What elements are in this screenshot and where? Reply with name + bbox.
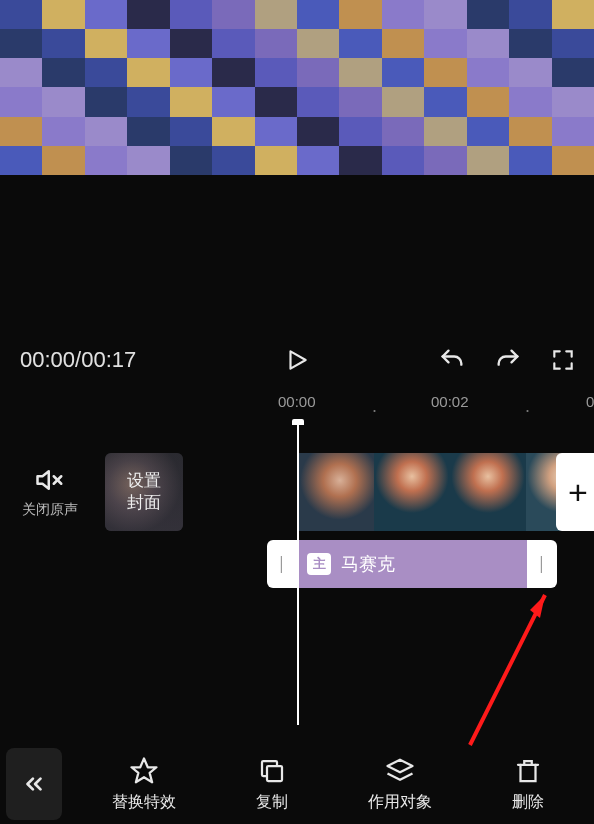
svg-rect-7 <box>267 766 282 781</box>
video-preview <box>0 0 594 175</box>
clip-thumbnail <box>374 453 450 531</box>
clip-handle-left[interactable]: │ <box>267 540 297 588</box>
effect-name: 马赛克 <box>341 552 395 576</box>
svg-line-4 <box>470 595 545 745</box>
svg-marker-8 <box>388 759 413 772</box>
timeline[interactable]: 关闭原声 设置 封面 + │ 主 马赛克 │ <box>0 420 594 740</box>
player-controls: 00:00/00:17 <box>0 330 594 390</box>
effect-clip[interactable]: │ 主 马赛克 │ <box>267 540 557 588</box>
playhead[interactable] <box>297 420 299 725</box>
clip-thumbnail <box>298 453 374 531</box>
ruler-mark: 00:02 <box>431 393 469 410</box>
effect-scope-badge: 主 <box>307 553 331 575</box>
tool-label: 替换特效 <box>112 792 176 813</box>
replace-effect-button[interactable]: 替换特效 <box>112 756 176 813</box>
set-cover-button[interactable]: 设置 封面 <box>105 453 183 531</box>
clip-thumbnail <box>450 453 526 531</box>
play-button[interactable] <box>284 347 310 373</box>
plus-icon: + <box>568 473 588 512</box>
bottom-toolbar: 替换特效 复制 作用对象 删除 <box>0 744 594 824</box>
tool-label: 复制 <box>256 792 288 813</box>
svg-marker-0 <box>291 351 306 368</box>
add-clip-button[interactable]: + <box>556 453 594 531</box>
cover-line2: 封面 <box>127 492 161 514</box>
fullscreen-button[interactable] <box>550 347 576 373</box>
apply-target-button[interactable]: 作用对象 <box>368 756 432 813</box>
mute-original-audio[interactable]: 关闭原声 <box>0 465 100 519</box>
collapse-toolbar-button[interactable] <box>6 748 62 820</box>
mosaic-overlay <box>0 0 594 175</box>
svg-marker-6 <box>132 758 157 782</box>
tool-label: 删除 <box>512 792 544 813</box>
annotation-arrow <box>460 590 550 750</box>
ruler-mark: 0 <box>586 393 594 410</box>
cover-line1: 设置 <box>127 470 161 492</box>
ruler-mark: 00:00 <box>278 393 316 410</box>
delete-button[interactable]: 删除 <box>512 756 544 813</box>
clip-handle-right[interactable]: │ <box>527 540 557 588</box>
time-display: 00:00/00:17 <box>20 347 136 373</box>
svg-marker-1 <box>38 471 49 489</box>
redo-button[interactable] <box>494 346 522 374</box>
mute-label: 关闭原声 <box>0 501 100 519</box>
undo-button[interactable] <box>438 346 466 374</box>
preview-padding <box>0 175 594 330</box>
tool-label: 作用对象 <box>368 792 432 813</box>
video-clip[interactable] <box>298 453 594 531</box>
svg-marker-5 <box>530 595 545 618</box>
effect-clip-body[interactable]: 主 马赛克 <box>297 540 527 588</box>
ruler-dot: · <box>372 400 377 421</box>
copy-button[interactable]: 复制 <box>256 756 288 813</box>
timeline-ruler[interactable]: 00:00 · 00:02 · 0 <box>0 390 594 420</box>
ruler-dot: · <box>525 400 530 421</box>
